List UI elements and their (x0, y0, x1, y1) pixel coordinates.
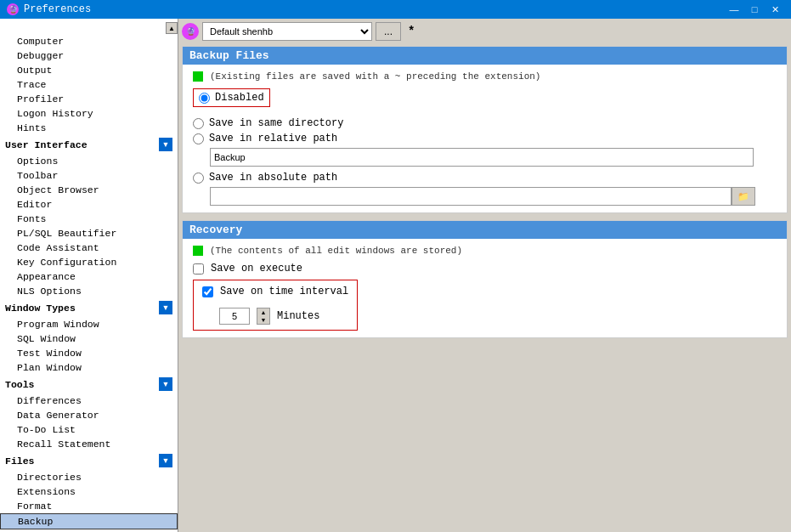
backup-files-panel: Backup Files (Existing files are saved w… (182, 46, 788, 213)
recovery-header: Recovery (183, 221, 787, 239)
sidebar-item-key-configuration[interactable]: Key Configuration (0, 255, 178, 269)
backup-relative-input-row (193, 148, 777, 172)
backup-relative-radio[interactable] (193, 133, 204, 144)
sidebar-item-nls-options[interactable]: NLS Options (0, 284, 178, 298)
backup-files-header: Backup Files (183, 47, 787, 65)
save-on-interval-label[interactable]: Save on time interval (220, 286, 348, 297)
minutes-label: Minutes (277, 310, 319, 322)
folder-icon: 📁 (737, 191, 749, 202)
sidebar-items-container: ComputerDebuggerOutputTraceProfilerLogon… (0, 34, 178, 532)
backup-absolute-label[interactable]: Save in absolute path (209, 172, 337, 184)
backup-disabled-label[interactable]: Disabled (215, 92, 264, 104)
minimize-button[interactable]: — (725, 1, 743, 18)
browse-folder-button[interactable]: 📁 (732, 187, 755, 206)
backup-hint: (Existing files are saved with a ~ prece… (193, 71, 777, 82)
sidebar-item-pl-sql-beautifier[interactable]: PL/SQL Beautifier (0, 226, 178, 241)
backup-files-title: Backup Files (189, 49, 269, 62)
save-on-interval-row: Save on time interval (202, 286, 348, 297)
sidebar-scroll-up[interactable]: ▲ (166, 22, 178, 34)
backup-absolute-input[interactable] (210, 187, 732, 206)
recovery-body: (The contents of all edit windows are st… (183, 239, 787, 337)
title-bar: 🔮 Preferences — □ ✕ (0, 0, 791, 19)
sidebar-item-editor[interactable]: Editor (0, 197, 178, 212)
sidebar-item-output[interactable]: Output (0, 63, 178, 77)
sidebar-item-logon-history[interactable]: Logon History (0, 106, 178, 121)
save-on-interval-group: Save on time interval ▲ ▼ Minutes (193, 280, 358, 331)
title-bar-controls: — □ ✕ (725, 1, 784, 18)
app-icon: 🔮 (7, 3, 19, 15)
main-layout: ▲ ComputerDebuggerOutputTraceProfilerLog… (0, 19, 791, 532)
profile-icon: 🔮 (182, 23, 199, 40)
sidebar-toggle-window-types[interactable]: ▼ (159, 301, 172, 314)
sidebar-item-data-generator[interactable]: Data Generator (0, 408, 178, 422)
profile-select[interactable]: Default shenhb (202, 22, 372, 41)
backup-relative-input[interactable] (210, 148, 754, 167)
sidebar-item-sql-window[interactable]: SQL Window (0, 331, 178, 346)
sidebar-item-program-window[interactable]: Program Window (0, 317, 178, 331)
save-on-execute-label[interactable]: Save on execute (211, 263, 302, 274)
sidebar: ▲ ComputerDebuggerOutputTraceProfilerLog… (0, 19, 178, 532)
sidebar-item-format[interactable]: Format (0, 499, 178, 513)
sidebar-item-toolbar[interactable]: Toolbar (0, 168, 178, 183)
sidebar-scroll: ▲ ComputerDebuggerOutputTraceProfilerLog… (0, 19, 178, 532)
green-indicator (193, 71, 203, 82)
content-area: 🔮 Default shenhb ... * Backup Files (Exi… (178, 19, 791, 532)
disabled-radio-highlighted: Disabled (193, 88, 270, 107)
backup-disabled-radio[interactable] (199, 93, 210, 104)
recovery-green-indicator (193, 246, 203, 256)
backup-same-dir-label[interactable]: Save in same directory (209, 117, 343, 129)
spinner-down[interactable]: ▼ (257, 316, 269, 324)
sidebar-item-test-window[interactable]: Test Window (0, 346, 178, 360)
save-on-execute-row: Save on execute (193, 263, 777, 274)
unsaved-indicator: * (408, 25, 415, 38)
sidebar-item-trace[interactable]: Trace (0, 77, 178, 92)
backup-files-body: (Existing files are saved with a ~ prece… (183, 65, 787, 212)
recovery-panel: Recovery (The contents of all edit windo… (182, 220, 788, 338)
sidebar-item-backup[interactable]: Backup (0, 513, 178, 529)
more-button[interactable]: ... (376, 22, 401, 41)
sidebar-item-fonts[interactable]: Fonts (0, 212, 178, 226)
sidebar-header-tools: Tools▼ (0, 375, 178, 393)
sidebar-toggle-user-interface[interactable]: ▼ (159, 138, 172, 151)
toolbar: 🔮 Default shenhb ... * (182, 22, 788, 41)
recovery-hint: (The contents of all edit windows are st… (193, 246, 777, 256)
sidebar-toggle-tools[interactable]: ▼ (159, 377, 172, 391)
maximize-button[interactable]: □ (745, 1, 764, 18)
backup-absolute-row: Save in absolute path (193, 172, 777, 184)
save-on-execute-checkbox[interactable] (193, 263, 204, 274)
spinner-arrows: ▲ ▼ (257, 308, 270, 325)
sidebar-item-object-browser[interactable]: Object Browser (0, 183, 178, 197)
backup-same-dir-row: Save in same directory (193, 117, 777, 129)
sidebar-item-differences[interactable]: Differences (0, 393, 178, 408)
close-button[interactable]: ✕ (766, 1, 784, 18)
backup-absolute-radio[interactable] (193, 173, 204, 184)
sidebar-item-directories[interactable]: Directories (0, 470, 178, 484)
title-bar-left: 🔮 Preferences (7, 3, 91, 15)
backup-same-dir-radio[interactable] (193, 118, 204, 129)
sidebar-item-appearance[interactable]: Appearance (0, 269, 178, 284)
sidebar-item-hints[interactable]: Hints (0, 121, 178, 135)
sidebar-header-window-types: Window Types▼ (0, 298, 178, 317)
sidebar-header-user-interface: User Interface▼ (0, 135, 178, 154)
minutes-row: ▲ ▼ Minutes (219, 308, 348, 325)
save-on-interval-checkbox[interactable] (202, 286, 213, 297)
spinner-up[interactable]: ▲ (257, 308, 269, 316)
minutes-input[interactable] (219, 308, 250, 325)
sidebar-item-plan-window[interactable]: Plan Window (0, 360, 178, 375)
backup-relative-label[interactable]: Save in relative path (209, 133, 337, 144)
sidebar-item-recall-statement[interactable]: Recall Statement (0, 437, 178, 451)
sidebar-item-extensions[interactable]: Extensions (0, 484, 178, 499)
sidebar-item-options[interactable]: Options (0, 154, 178, 168)
backup-relative-row: Save in relative path (193, 133, 777, 144)
backup-absolute-input-row: 📁 (210, 187, 777, 206)
sidebar-item-to-do-list[interactable]: To-Do List (0, 422, 178, 437)
sidebar-item-code-assistant[interactable]: Code Assistant (0, 241, 178, 255)
title-bar-text: Preferences (24, 3, 91, 15)
sidebar-header-files: Files▼ (0, 451, 178, 470)
sidebar-toggle-files[interactable]: ▼ (159, 454, 172, 467)
sidebar-item-computer[interactable]: Computer (0, 34, 178, 48)
recovery-title: Recovery (189, 224, 242, 236)
sidebar-item-profiler[interactable]: Profiler (0, 92, 178, 106)
sidebar-item-debugger[interactable]: Debugger (0, 48, 178, 63)
